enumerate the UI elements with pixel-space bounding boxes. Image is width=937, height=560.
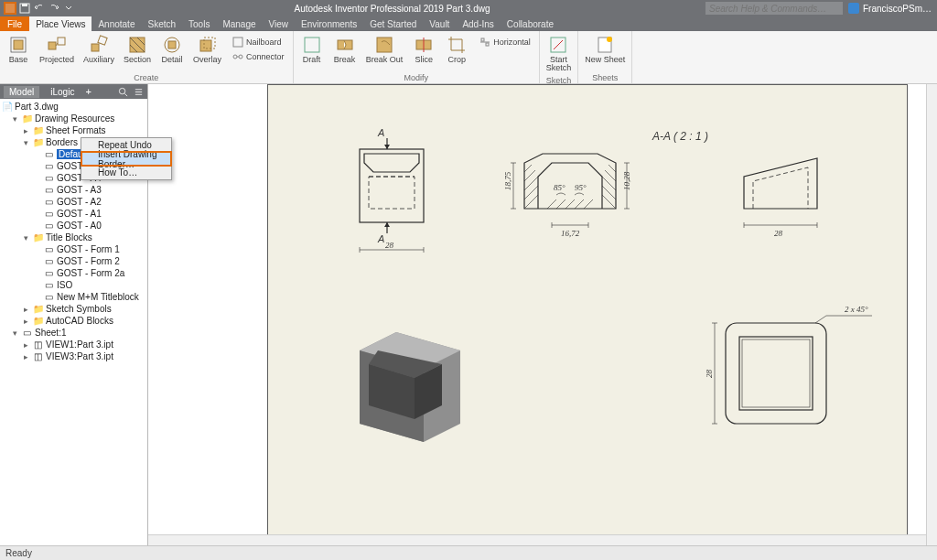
ribbon-group-create: Base Projected Auxiliary Section Detail …: [0, 31, 294, 83]
tree-root[interactable]: 📄Part 3.dwg: [0, 101, 147, 113]
browser-options-icon[interactable]: [134, 87, 144, 97]
tab-collaborate[interactable]: Collaborate: [501, 16, 560, 31]
sketch-icon: [548, 35, 568, 55]
chamfer-note: 2 x 45°: [845, 305, 868, 314]
start-sketch-button[interactable]: Start Sketch: [544, 33, 575, 75]
horizontal-icon: [479, 37, 490, 48]
svg-text:16,72: 16,72: [561, 229, 580, 238]
angle1: 85°: [554, 183, 565, 192]
drawing-canvas[interactable]: A-A ( 2 : 1 ) A A: [148, 84, 937, 545]
ribbon-group-sketch: Start Sketch Sketch: [540, 31, 579, 83]
break-icon: [335, 35, 355, 55]
tree-autocad-blocks[interactable]: ▸📁AutoCAD Blocks: [0, 315, 147, 327]
svg-point-16: [239, 55, 242, 59]
group-label-create: Create: [4, 72, 289, 83]
user-account[interactable]: FranciscoPSm…: [848, 3, 932, 14]
tree-tb-item[interactable]: ▭GOST - Form 2: [0, 255, 147, 267]
svg-point-25: [607, 37, 612, 42]
svg-text:18,75: 18,75: [503, 171, 512, 190]
context-menu: Repeat Undo Insert Drawing Border… How T…: [81, 137, 172, 180]
tree-sheet-formats[interactable]: ▸📁Sheet Formats: [0, 124, 147, 136]
qat-more-icon[interactable]: [62, 2, 75, 15]
browser-tab-ilogic[interactable]: iLogic: [45, 86, 80, 98]
window-title: Autodesk Inventor Professional 2019 Part…: [79, 4, 705, 14]
tree-tb-item[interactable]: ▭New M+M Titleblock: [0, 291, 147, 303]
tab-annotate[interactable]: Annotate: [92, 16, 141, 31]
auxiliary-view-button[interactable]: Auxiliary: [81, 33, 117, 66]
tree-sketch-symbols[interactable]: ▸📁Sketch Symbols: [0, 303, 147, 315]
tree-border-item[interactable]: ▭GOST - A0: [0, 220, 147, 232]
folder-icon: 📁: [33, 232, 43, 242]
tree-tb-item[interactable]: ▭ISO: [0, 279, 147, 291]
tab-sketch[interactable]: Sketch: [141, 16, 182, 31]
overlay-view-icon: [198, 35, 218, 55]
draft-view-button[interactable]: Draft: [297, 33, 327, 66]
connector-button[interactable]: Connector: [230, 49, 287, 63]
break-view-button[interactable]: Break: [330, 33, 360, 66]
ribbon-group-modify: Draft Break Break Out Slice Crop Horizon…: [294, 31, 540, 83]
ribbon: Base Projected Auxiliary Section Detail …: [0, 31, 937, 84]
search-icon[interactable]: [118, 87, 128, 97]
overlay-view-button[interactable]: Overlay: [190, 33, 224, 66]
border-icon: ▭: [44, 221, 54, 231]
horizontal-scrollbar[interactable]: [148, 534, 926, 545]
tab-vault[interactable]: Vault: [423, 16, 456, 31]
tree-title-blocks[interactable]: ▾📁Title Blocks: [0, 232, 147, 243]
tab-view[interactable]: View: [263, 16, 296, 31]
view-isometric: [360, 332, 460, 442]
browser-tab-model[interactable]: Model: [4, 86, 39, 98]
projected-view-button[interactable]: Projected: [37, 33, 77, 66]
tree-border-item[interactable]: ▭GOST - A1: [0, 208, 147, 220]
base-view-button[interactable]: Base: [4, 33, 33, 66]
new-sheet-icon: [595, 35, 615, 55]
svg-rect-11: [168, 41, 176, 48]
nailboard-icon: [232, 37, 243, 48]
vertical-scrollbar[interactable]: [926, 84, 937, 545]
folder-icon: 📁: [33, 137, 43, 147]
svg-text:28: 28: [385, 241, 394, 250]
undo-icon[interactable]: [33, 2, 46, 15]
tab-manage[interactable]: Manage: [216, 16, 262, 31]
tree-drawing-resources[interactable]: ▾📁Drawing Resources: [0, 113, 147, 124]
tab-addins[interactable]: Add-Ins: [456, 16, 500, 31]
svg-text:28: 28: [705, 370, 714, 379]
slice-view-button[interactable]: Slice: [409, 33, 438, 66]
section-view-button[interactable]: Section: [121, 33, 154, 66]
menu-insert-drawing-border[interactable]: Insert Drawing Border…: [81, 152, 171, 166]
tree-tb-item[interactable]: ▭GOST - Form 1: [0, 243, 147, 255]
tab-place-views[interactable]: Place Views: [29, 16, 92, 31]
svg-rect-5: [48, 42, 56, 49]
tree-border-item[interactable]: ▭GOST - A2: [0, 196, 147, 208]
tree-view-item[interactable]: ▸◫VIEW3:Part 3.ipt: [0, 350, 147, 362]
tree-tb-item[interactable]: ▭GOST - Form 2a: [0, 267, 147, 279]
new-sheet-button[interactable]: New Sheet: [582, 33, 628, 66]
help-search-input[interactable]: [705, 2, 843, 15]
view-icon: ◫: [33, 339, 43, 350]
save-icon[interactable]: [18, 2, 31, 15]
nailboard-button[interactable]: Nailboard: [230, 35, 287, 48]
border-icon: ▭: [44, 185, 54, 195]
breakout-view-button[interactable]: Break Out: [363, 33, 406, 66]
add-browser-tab-icon[interactable]: +: [85, 86, 91, 97]
redo-icon[interactable]: [48, 2, 60, 15]
quick-access-toolbar: [0, 2, 79, 15]
app-menu-icon[interactable]: [4, 2, 16, 15]
dim-width: 28: [360, 241, 424, 253]
tab-tools[interactable]: Tools: [182, 16, 216, 31]
svg-text:28: 28: [774, 229, 783, 238]
drawing-sheet: A-A ( 2 : 1 ) A A: [267, 84, 908, 545]
svg-rect-2: [22, 4, 27, 6]
svg-rect-6: [58, 38, 65, 45]
tree-sheet1[interactable]: ▾▭Sheet:1: [0, 327, 147, 339]
crop-view-button[interactable]: Crop: [442, 33, 471, 66]
horizontal-align-button[interactable]: Horizontal: [477, 35, 533, 48]
border-icon: ▭: [44, 209, 54, 219]
titleblock-icon: ▭: [44, 292, 54, 302]
view-side: 28: [744, 158, 817, 238]
tab-file[interactable]: File: [0, 16, 29, 31]
detail-view-button[interactable]: Detail: [157, 33, 187, 66]
tab-get-started[interactable]: Get Started: [363, 16, 423, 31]
tree-view-item[interactable]: ▸◫VIEW1:Part 3.ipt: [0, 339, 147, 350]
tab-environments[interactable]: Environments: [295, 16, 363, 31]
tree-border-item[interactable]: ▭GOST - A3: [0, 184, 147, 196]
